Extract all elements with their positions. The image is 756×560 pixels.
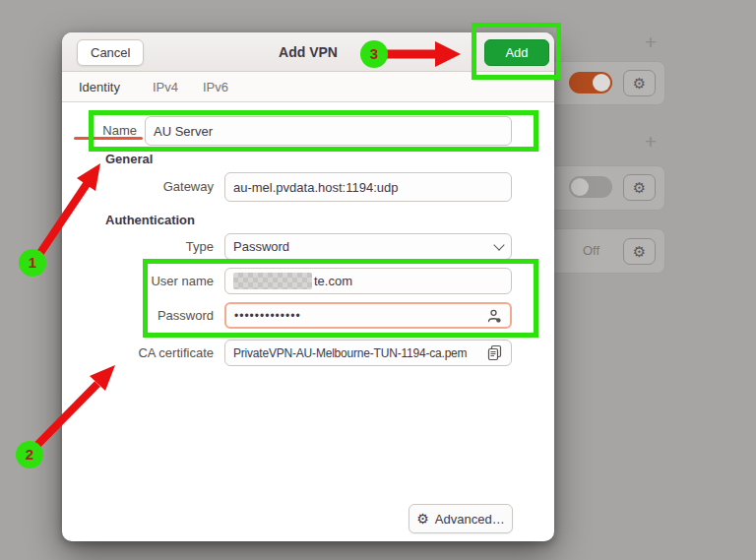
highlight-box-name-field xyxy=(89,110,538,152)
step-2-badge: 2 xyxy=(16,441,43,468)
type-dropdown[interactable]: Password xyxy=(224,233,512,260)
authentication-heading: Authentication xyxy=(105,213,195,227)
toggle-knob xyxy=(593,74,610,92)
chevron-down-icon xyxy=(493,239,504,250)
cancel-button[interactable]: Cancel xyxy=(77,39,144,66)
network-settings-gear-button[interactable]: ⚙ xyxy=(623,70,656,96)
vpn-settings-gear-button[interactable]: ⚙ xyxy=(623,174,656,201)
gear-icon: ⚙ xyxy=(416,512,429,526)
file-pages-icon xyxy=(486,344,503,361)
general-heading: General xyxy=(105,152,153,166)
network-toggle-on[interactable] xyxy=(569,72,612,93)
gear-icon: ⚙ xyxy=(633,179,646,197)
highlight-box-credentials xyxy=(143,259,538,338)
gear-icon: ⚙ xyxy=(633,243,646,261)
gateway-value: au-mel.pvdata.host:1194:udp xyxy=(233,180,503,195)
advanced-button-label: Advanced… xyxy=(435,512,505,527)
toggle-knob xyxy=(571,178,589,196)
screenshot-stage: + ⚙ + ⚙ Off ⚙ Add VPN Cancel Add Identit… xyxy=(0,0,756,560)
gear-icon: ⚙ xyxy=(633,75,646,93)
add-vpn-plus-icon[interactable]: + xyxy=(641,131,661,153)
tab-ipv4[interactable]: IPv4 xyxy=(153,72,178,102)
step-1-badge: 1 xyxy=(19,249,46,277)
vpn-toggle-off[interactable] xyxy=(569,176,612,198)
tab-ipv6[interactable]: IPv6 xyxy=(203,72,228,102)
highlight-box-add-button xyxy=(472,23,561,80)
type-label: Type xyxy=(121,233,214,260)
proxy-status-label: Off xyxy=(583,243,612,259)
gateway-label: Gateway xyxy=(121,172,214,202)
tab-identity[interactable]: Identity xyxy=(79,72,120,102)
advanced-button[interactable]: ⚙ Advanced… xyxy=(409,504,513,533)
add-network-plus-icon[interactable]: + xyxy=(641,31,661,53)
gateway-input[interactable]: au-mel.pvdata.host:1194:udp xyxy=(224,172,512,202)
proxy-settings-gear-button[interactable]: ⚙ xyxy=(623,238,656,265)
ca-certificate-file-button[interactable]: PrivateVPN-AU-Melbourne-TUN-1194-ca.pem xyxy=(224,340,512,366)
ca-certificate-label: CA certificate xyxy=(101,340,214,366)
step-3-badge: 3 xyxy=(360,40,388,68)
type-value: Password xyxy=(233,239,495,254)
ca-certificate-value: PrivateVPN-AU-Melbourne-TUN-1194-ca.pem xyxy=(233,346,486,360)
